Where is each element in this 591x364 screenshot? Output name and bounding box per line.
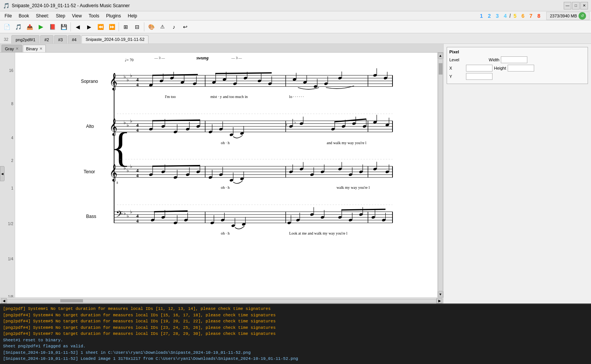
color-button[interactable]: 🎨 [146, 22, 156, 32]
score-image[interactable]: ♩= 70 swung — 3 — — 3 — 𝄞 [15, 53, 437, 297]
scroll-down-arrow[interactable]: ▼ [438, 291, 443, 297]
h-scroll-thumb[interactable] [60, 299, 83, 302]
svg-point-79 [161, 125, 165, 128]
tab-3[interactable]: #3 [54, 35, 67, 44]
menu-tools[interactable]: Tools [86, 11, 102, 20]
svg-text:oh · h: oh · h [221, 141, 230, 145]
scroll-left-arrow[interactable]: ◀ [1, 298, 7, 303]
svg-point-218 [359, 213, 363, 216]
svg-point-28 [193, 82, 197, 86]
width-input[interactable] [501, 56, 527, 63]
menu-sheet[interactable]: Sheet: [33, 11, 52, 20]
svg-text:Alto: Alto [86, 124, 94, 129]
sheet-music-svg: ♩= 70 swung — 3 — — 3 — 𝄞 [15, 53, 437, 297]
svg-point-81 [174, 130, 178, 134]
left-collapse-button[interactable]: ◀ [0, 166, 5, 181]
save-button[interactable]: 💾 [58, 22, 69, 32]
tab-2[interactable]: #2 [40, 35, 53, 44]
svg-text:♩= 70: ♩= 70 [125, 58, 133, 62]
menu-file[interactable]: File [2, 11, 15, 20]
svg-point-85 [196, 125, 200, 128]
height-input[interactable] [508, 65, 534, 72]
new-button[interactable]: 📄 [2, 22, 12, 32]
y-row: Y [449, 73, 585, 80]
scroll-thumb[interactable] [439, 63, 442, 75]
menu-plugins[interactable]: Plugins [103, 11, 124, 20]
step-4[interactable]: 4 [502, 12, 509, 20]
tab-png2pdf1[interactable]: png2pdf#1 [11, 35, 39, 44]
x-input[interactable] [466, 65, 492, 72]
maximize-button[interactable]: □ [572, 2, 580, 9]
pixel-panel: Pixel Level Width X Height Y [447, 47, 588, 84]
svg-text:swung: swung [196, 55, 208, 61]
svg-point-98 [299, 122, 303, 125]
y-input[interactable] [466, 73, 492, 80]
svg-point-193 [174, 221, 178, 225]
svg-text:oh · h: oh · h [221, 185, 230, 190]
svg-point-54 [373, 74, 377, 77]
next-button[interactable]: ▶ [84, 22, 94, 32]
svg-point-94 [240, 132, 244, 135]
vertical-scrollbar[interactable]: ▲ ▼ [437, 53, 443, 297]
tab-4[interactable]: #4 [68, 35, 81, 44]
menu-help[interactable]: Help [125, 11, 140, 20]
scroll-track[interactable] [438, 59, 443, 291]
binary-tab-close[interactable]: ✕ [39, 47, 42, 51]
svg-point-169 [385, 170, 389, 174]
back-button[interactable]: ⏪ [95, 22, 106, 32]
step-7[interactable]: 7 [527, 12, 535, 20]
svg-point-151 [240, 177, 244, 180]
forward-button[interactable]: ⏩ [106, 22, 117, 32]
right-panel: Pixel Level Width X Height Y [443, 44, 591, 303]
fit-width-button[interactable]: ⊞ [120, 22, 131, 32]
svg-point-216 [349, 218, 353, 222]
export-button[interactable]: 📤 [24, 22, 35, 32]
tab-gray[interactable]: Gray ✕ [2, 45, 22, 52]
open-music-button[interactable]: 🎵 [13, 22, 23, 32]
undo-button[interactable]: ↩ [180, 22, 191, 32]
scroll-right-arrow[interactable]: ▶ [436, 298, 442, 303]
menu-book[interactable]: Book [16, 11, 32, 20]
title-bar-controls[interactable]: — □ ✕ [564, 2, 588, 9]
log-panel[interactable]: [png2pdf] System#1 No target duration fo… [0, 303, 591, 364]
tab-binary[interactable]: Binary ✕ [23, 45, 46, 52]
horizontal-scrollbar[interactable]: ◀ ▶ [0, 297, 443, 303]
svg-point-37 [244, 76, 248, 80]
svg-point-189 [151, 218, 155, 222]
gray-tab-close[interactable]: ✕ [16, 47, 19, 51]
tab-snipaste[interactable]: Snipaste_2024-10-19_01-11-52 [81, 35, 149, 44]
svg-point-39 [258, 79, 262, 83]
step-6[interactable]: 6 [519, 12, 527, 20]
svg-text:♭: ♭ [127, 77, 129, 82]
svg-text:♭: ♭ [124, 210, 126, 216]
play-button[interactable]: ▶ [36, 22, 46, 32]
svg-line-110 [335, 119, 366, 122]
svg-line-43 [215, 73, 272, 74]
svg-point-104 [341, 125, 346, 128]
refresh-button[interactable]: ↺ [578, 12, 586, 20]
warning-button[interactable]: ⚠ [157, 22, 168, 32]
svg-point-165 [359, 170, 363, 174]
scroll-up-arrow[interactable]: ▲ [438, 53, 443, 59]
menu-view[interactable]: View [69, 11, 85, 20]
svg-point-83 [186, 128, 190, 131]
step-2[interactable]: 2 [486, 12, 493, 20]
prev-button[interactable]: ◀ [72, 22, 83, 32]
svg-point-220 [371, 216, 375, 219]
svg-text:I'm too: I'm too [165, 95, 176, 99]
svg-point-24 [170, 76, 174, 80]
step-3[interactable]: 3 [494, 12, 501, 20]
svg-point-136 [161, 170, 165, 174]
menu-step[interactable]: Step [53, 11, 68, 20]
step-8[interactable]: 8 [535, 12, 543, 20]
minimize-button[interactable]: — [564, 2, 571, 9]
book-button[interactable]: 📕 [47, 22, 58, 32]
h-scroll-track[interactable] [7, 299, 436, 303]
step-1[interactable]: 1 [478, 12, 485, 20]
svg-line-30 [152, 75, 198, 75]
step-5[interactable]: 5 [511, 12, 519, 20]
note-button[interactable]: ♪ [169, 22, 179, 32]
close-button[interactable]: ✕ [580, 2, 588, 9]
fit-height-button[interactable]: ⊟ [132, 22, 142, 32]
svg-text:lo  ·   ·   ·   ·   ·   ·: lo · · · · · · [289, 95, 303, 99]
